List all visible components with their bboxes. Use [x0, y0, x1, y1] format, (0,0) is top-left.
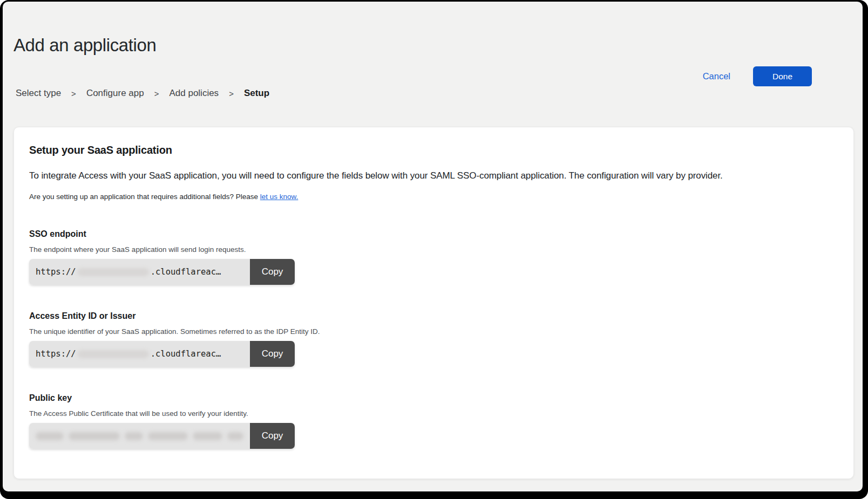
value-suffix: .cloudflareac…: [151, 267, 221, 277]
add-application-page: Add an application Cancel Done Select ty…: [3, 2, 863, 491]
redacted-segment: [227, 432, 243, 440]
public-key-value-row: Copy: [29, 423, 295, 449]
field-public-key: Public key The Access Public Certificate…: [29, 393, 838, 449]
card-heading: Setup your SaaS application: [29, 144, 838, 156]
field-description: The Access Public Certificate that will …: [29, 409, 838, 418]
breadcrumb: Select type > Configure app > Add polici…: [16, 88, 854, 99]
copy-sso-endpoint-button[interactable]: Copy: [250, 259, 295, 285]
redacted-segment: [148, 432, 188, 440]
let-us-know-link[interactable]: let us know.: [260, 193, 299, 201]
card-intro: To integrate Access with your SaaS appli…: [29, 170, 838, 181]
field-description: The unique identifier of your SaaS appli…: [29, 327, 838, 336]
header-actions: Cancel Done: [703, 66, 812, 86]
field-description: The endpoint where your SaaS application…: [29, 245, 838, 254]
breadcrumb-step-configure-app[interactable]: Configure app: [86, 88, 144, 99]
redacted-team-name: [78, 268, 149, 276]
field-sso-endpoint: SSO endpoint The endpoint where your Saa…: [29, 229, 838, 285]
redacted-segment: [36, 432, 64, 440]
copy-public-key-button[interactable]: Copy: [250, 423, 295, 449]
field-label: Access Entity ID or Issuer: [29, 311, 838, 321]
page-title: Add an application: [13, 35, 854, 56]
breadcrumb-step-add-policies[interactable]: Add policies: [169, 88, 219, 99]
screenshot-frame: Add an application Cancel Done Select ty…: [0, 0, 868, 499]
card-note: Are you setting up an application that r…: [29, 193, 838, 201]
done-button[interactable]: Done: [753, 66, 812, 86]
access-entity-id-value: https:// .cloudflareac…: [29, 341, 250, 367]
note-text: Are you setting up an application that r…: [29, 193, 260, 201]
redacted-segment: [69, 432, 120, 440]
page-header: Add an application Cancel Done: [11, 35, 854, 56]
breadcrumb-separator: >: [154, 89, 159, 98]
field-label: Public key: [29, 393, 838, 403]
redacted-public-key: [36, 432, 243, 440]
setup-card: Setup your SaaS application To integrate…: [13, 127, 854, 479]
field-access-entity-id: Access Entity ID or Issuer The unique id…: [29, 311, 838, 367]
redacted-segment: [125, 432, 143, 440]
redacted-team-name: [78, 350, 149, 358]
breadcrumb-separator: >: [71, 89, 76, 98]
redacted-segment: [193, 432, 223, 440]
value-prefix: https://: [36, 267, 76, 277]
breadcrumb-step-setup: Setup: [244, 88, 269, 99]
value-prefix: https://: [36, 349, 76, 359]
access-entity-id-value-row: https:// .cloudflareac… Copy: [29, 341, 295, 367]
field-label: SSO endpoint: [29, 229, 838, 239]
value-suffix: .cloudflareac…: [151, 349, 221, 359]
breadcrumb-separator: >: [229, 89, 234, 98]
sso-endpoint-value-row: https:// .cloudflareac… Copy: [29, 259, 295, 285]
public-key-value: [29, 423, 250, 449]
copy-access-entity-id-button[interactable]: Copy: [250, 341, 295, 367]
cancel-button[interactable]: Cancel: [703, 71, 730, 81]
breadcrumb-step-select-type[interactable]: Select type: [16, 88, 61, 99]
sso-endpoint-value: https:// .cloudflareac…: [29, 259, 250, 285]
